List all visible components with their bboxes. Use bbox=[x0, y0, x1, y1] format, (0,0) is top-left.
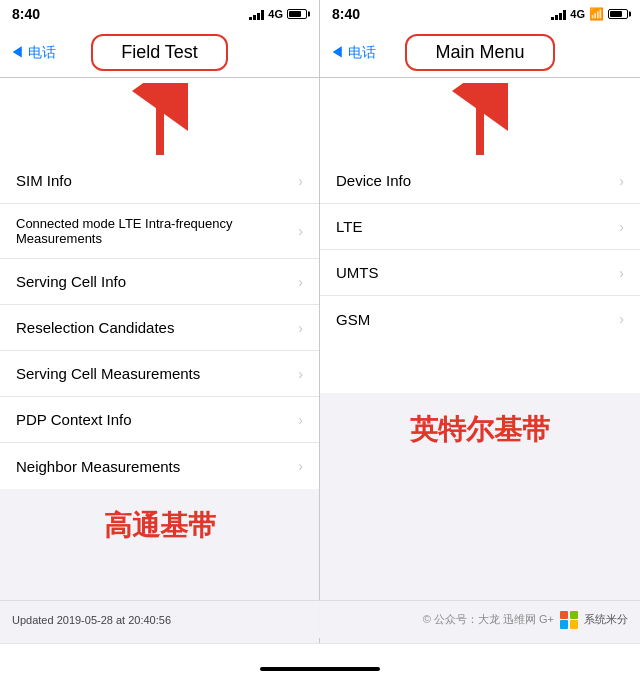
list-item-label: Device Info bbox=[336, 172, 411, 189]
left-nav-title-box: Field Test bbox=[91, 34, 228, 71]
chevron-icon: › bbox=[298, 366, 303, 382]
wifi-icon: 📶 bbox=[589, 7, 604, 21]
list-item[interactable]: Connected mode LTE Intra-frequency Measu… bbox=[0, 204, 319, 259]
right-chinese-label: 英特尔基带 bbox=[320, 393, 640, 459]
left-status-icons: 4G bbox=[249, 8, 307, 20]
list-item[interactable]: LTE › bbox=[320, 204, 640, 250]
chevron-icon: › bbox=[619, 173, 624, 189]
windows-logo-icon bbox=[560, 611, 578, 629]
left-nav-title: Field Test bbox=[121, 42, 198, 62]
right-status-bar: 8:40 4G 📶 bbox=[320, 0, 640, 28]
right-back-button[interactable]: ◀ 电话 bbox=[330, 44, 376, 62]
list-item[interactable]: Serving Cell Measurements › bbox=[0, 351, 319, 397]
chevron-icon: › bbox=[619, 219, 624, 235]
right-status-icons: 4G 📶 bbox=[551, 7, 628, 21]
watermark-text: © 公众号：大龙 迅维网 G+ bbox=[423, 612, 554, 627]
list-item-label: GSM bbox=[336, 311, 370, 328]
list-item[interactable]: SIM Info › bbox=[0, 158, 319, 204]
list-item[interactable]: Reselection Candidates › bbox=[0, 305, 319, 351]
left-status-bar: 8:40 4G bbox=[0, 0, 319, 28]
chevron-icon: › bbox=[298, 412, 303, 428]
footer-bar: Updated 2019-05-28 at 20:40:56 © 公众号：大龙 … bbox=[0, 600, 640, 638]
right-time: 8:40 bbox=[332, 6, 360, 22]
right-nav-title-box: Main Menu bbox=[405, 34, 554, 71]
right-list: Device Info › LTE › UMTS › GSM › bbox=[320, 158, 640, 393]
brand-label: 系统米分 bbox=[584, 612, 628, 627]
footer-right: © 公众号：大龙 迅维网 G+ 系统米分 bbox=[423, 611, 628, 629]
chevron-icon: › bbox=[298, 458, 303, 474]
list-item[interactable]: UMTS › bbox=[320, 250, 640, 296]
right-panel: 8:40 4G 📶 ◀ 电话 M bbox=[320, 0, 640, 693]
left-time: 8:40 bbox=[12, 6, 40, 22]
right-nav-bar: ◀ 电话 Main Menu bbox=[320, 28, 640, 78]
right-back-label: ◀ 电话 bbox=[330, 44, 376, 62]
left-list: SIM Info › Connected mode LTE Intra-freq… bbox=[0, 158, 319, 489]
chevron-icon: › bbox=[298, 320, 303, 336]
list-item-label: UMTS bbox=[336, 264, 379, 281]
right-battery-icon bbox=[608, 9, 628, 19]
list-item-label: Connected mode LTE Intra-frequency Measu… bbox=[16, 216, 298, 246]
chevron-icon: › bbox=[619, 265, 624, 281]
list-item-label: PDP Context Info bbox=[16, 411, 132, 428]
chevron-icon: › bbox=[298, 173, 303, 189]
right-nav-title: Main Menu bbox=[435, 42, 524, 62]
home-bar-area bbox=[0, 643, 640, 693]
chevron-icon: › bbox=[298, 223, 303, 239]
left-nav-bar: ◀ 电话 Field Test bbox=[0, 28, 319, 78]
list-item-label: Neighbor Measurements bbox=[16, 458, 180, 475]
left-chinese-label: 高通基带 bbox=[0, 489, 319, 555]
list-item-label: Reselection Candidates bbox=[16, 319, 174, 336]
list-item-label: Serving Cell Info bbox=[16, 273, 126, 290]
right-network-type: 4G bbox=[570, 8, 585, 20]
left-back-label: ◀ 电话 bbox=[10, 44, 56, 62]
left-arrow-container bbox=[0, 78, 319, 158]
list-item[interactable]: Neighbor Measurements › bbox=[0, 443, 319, 489]
right-arrow-container bbox=[320, 78, 640, 158]
left-panel: 8:40 4G ◀ 电话 Field Test bbox=[0, 0, 320, 693]
list-item[interactable]: GSM › bbox=[320, 296, 640, 342]
list-item-label: Serving Cell Measurements bbox=[16, 365, 200, 382]
right-up-arrow-icon bbox=[445, 83, 515, 158]
left-network-type: 4G bbox=[268, 8, 283, 20]
left-up-arrow-icon bbox=[125, 83, 195, 158]
left-signal-icon bbox=[249, 8, 264, 20]
left-battery-icon bbox=[287, 9, 307, 19]
right-signal-icon bbox=[551, 8, 566, 20]
left-back-button[interactable]: ◀ 电话 bbox=[10, 44, 56, 62]
list-item[interactable]: PDP Context Info › bbox=[0, 397, 319, 443]
home-indicator bbox=[260, 667, 380, 671]
list-item-label: LTE bbox=[336, 218, 362, 235]
list-item[interactable]: Serving Cell Info › bbox=[0, 259, 319, 305]
chevron-icon: › bbox=[619, 311, 624, 327]
updated-text: Updated 2019-05-28 at 20:40:56 bbox=[12, 614, 171, 626]
list-item[interactable]: Device Info › bbox=[320, 158, 640, 204]
list-item-label: SIM Info bbox=[16, 172, 72, 189]
chevron-icon: › bbox=[298, 274, 303, 290]
